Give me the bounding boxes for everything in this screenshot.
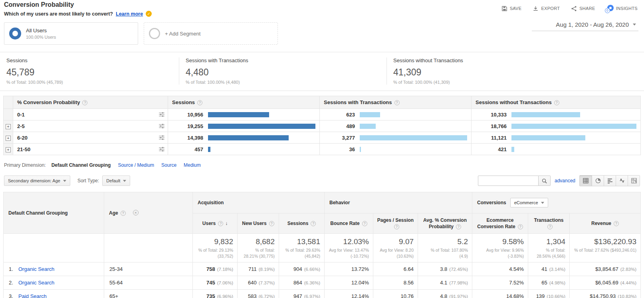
secondary-dimension-dropdown[interactable]: Secondary dimension: Age xyxy=(4,176,70,186)
help-icon[interactable] xyxy=(362,221,367,226)
percent: (6.66%) xyxy=(304,267,320,272)
percentage-view-button[interactable] xyxy=(592,176,604,186)
insights-button[interactable]: 0 INSIGHTS xyxy=(606,5,638,12)
expand-row-icon[interactable] xyxy=(6,124,11,129)
add-segment-button[interactable]: + Add Segment xyxy=(144,22,278,45)
search-button[interactable] xyxy=(539,176,551,186)
add-segment-donut-icon xyxy=(149,28,160,39)
help-icon[interactable] xyxy=(82,100,87,105)
search-input[interactable] xyxy=(478,176,539,186)
help-icon[interactable] xyxy=(311,221,316,226)
bar-track xyxy=(360,124,467,129)
column-header-avg-conversion-probability[interactable]: Avg. % Conversion Probability xyxy=(418,213,472,234)
percent: (7.37%) xyxy=(259,280,275,285)
performance-view-button[interactable] xyxy=(604,176,616,186)
share-button[interactable]: SHARE xyxy=(571,6,595,12)
sort-type-dropdown[interactable]: Default xyxy=(102,176,130,186)
column-label: Ecommerce Conversion Rate xyxy=(477,217,515,229)
blank-cell xyxy=(4,234,104,262)
segment-builder-icon[interactable] xyxy=(159,124,164,128)
save-button[interactable]: SAVE xyxy=(501,6,522,12)
channel-link[interactable]: Paid Search xyxy=(18,293,47,298)
segment-builder-icon[interactable] xyxy=(159,147,164,152)
scorecard-note: % of Total: 100.00% (45,789) xyxy=(6,80,172,85)
primary-dimension-option-medium[interactable]: Medium xyxy=(184,162,201,168)
column-header-users[interactable]: Users xyxy=(193,213,238,234)
avg-probability-cell: 3.8(72.45%) xyxy=(418,262,472,276)
value: 3.8 xyxy=(440,266,447,272)
channel-link[interactable]: Organic Search xyxy=(18,280,54,286)
dimension-column-header[interactable]: Default Channel Grouping xyxy=(4,192,104,234)
help-icon[interactable] xyxy=(269,221,274,226)
help-icon[interactable] xyxy=(394,224,399,229)
column-header-transactions[interactable]: Transactions xyxy=(528,213,570,234)
help-icon[interactable] xyxy=(518,224,523,229)
total-bounce-rate: 12.03%Avg for View: 13.47% (-10.72%) xyxy=(325,234,373,262)
totals-row: 9,832% of Total: 29.13% (33,752) 8,682% … xyxy=(4,234,641,262)
expand-column-header xyxy=(4,96,13,109)
column-header-bucket[interactable]: % Conversion Probability xyxy=(13,96,168,109)
date-range-picker[interactable]: Aug 1, 2020 - Aug 26, 2020 xyxy=(532,20,638,31)
help-icon[interactable] xyxy=(218,221,223,226)
segment-builder-icon[interactable] xyxy=(159,135,164,140)
sessions-cell: 19,255 xyxy=(168,120,320,132)
help-icon[interactable] xyxy=(554,100,559,105)
percent: (10.66%) xyxy=(547,294,565,298)
scorecard-note: % of Total: 100.00% (41,309) xyxy=(393,80,638,85)
table-row: 3.Paid Search 65+ 735(6.96%) 583(6.72%) … xyxy=(4,289,641,298)
value: 4.8 xyxy=(440,293,447,298)
expand-row-icon[interactable] xyxy=(6,147,11,152)
with-transactions-bar xyxy=(360,112,380,117)
column-header-revenue[interactable]: Revenue xyxy=(570,213,641,234)
help-icon[interactable] xyxy=(121,211,126,216)
ecommerce-rate-cell: 4.54% xyxy=(472,262,528,276)
advanced-search-link[interactable]: advanced xyxy=(555,178,575,184)
table-toolbar: Secondary dimension: Age Sort Type: Defa… xyxy=(0,173,644,189)
help-icon[interactable] xyxy=(197,100,202,105)
secondary-dimension-column-header[interactable]: Age xyxy=(104,192,193,234)
column-header-sessions[interactable]: Sessions xyxy=(279,213,325,234)
with-transactions-cell: 623 xyxy=(320,109,472,120)
comparison-view-button[interactable] xyxy=(616,176,628,186)
probability-row: 21-50 457 36 421 xyxy=(4,144,641,155)
column-header-bounce-rate[interactable]: Bounce Rate xyxy=(325,213,373,234)
row-number: 1. xyxy=(9,266,18,272)
help-icon[interactable] xyxy=(394,100,400,105)
primary-dimension-selected[interactable]: Default Channel Grouping xyxy=(52,162,111,168)
column-header-pages-session[interactable]: Pages / Session xyxy=(373,213,418,234)
help-icon[interactable] xyxy=(456,224,461,229)
bounce-rate-cell: 12.14% xyxy=(325,289,373,298)
total-ecommerce-conversion-rate: 9.58%Avg for View: 9.96% (-3.83%) xyxy=(472,234,528,262)
percent: (6.72%) xyxy=(259,294,275,298)
conversions-type-dropdown[interactable]: eCommerce xyxy=(510,198,548,207)
remove-secondary-dimension-icon[interactable] xyxy=(133,210,139,215)
total-note: % of Total: 29.13% (33,752) xyxy=(197,247,233,259)
column-header-ecommerce-conversion-rate[interactable]: Ecommerce Conversion Rate xyxy=(472,213,528,234)
help-icon[interactable] xyxy=(614,221,619,226)
primary-dimension-option-source[interactable]: Source xyxy=(161,162,176,168)
age-cell: 65+ xyxy=(104,289,193,298)
expand-row-icon[interactable] xyxy=(6,136,11,141)
chevron-down-icon xyxy=(123,180,126,182)
table-view-icon xyxy=(583,178,589,184)
column-header-sessions-without-transactions[interactable]: Sessions without Transactions xyxy=(472,96,641,109)
without-transactions-bar xyxy=(511,124,636,129)
segment-all-users[interactable]: All Users 100.00% Users xyxy=(4,22,138,45)
segment-builder-icon[interactable] xyxy=(159,112,164,117)
help-icon[interactable] xyxy=(547,224,553,229)
learn-more-link[interactable]: Learn more xyxy=(116,11,143,17)
pivot-view-button[interactable] xyxy=(628,176,640,186)
page-title: Conversion Probability xyxy=(4,1,152,8)
channel-cell: 2.Organic Search xyxy=(4,276,104,289)
table-row: 2.Organic Search 55-64 745(7.06%) 640(7.… xyxy=(4,276,641,289)
value: 8.56 xyxy=(404,280,414,286)
column-header-sessions[interactable]: Sessions xyxy=(168,96,320,109)
column-header-sessions-with-transactions[interactable]: Sessions with Transactions xyxy=(320,96,472,109)
column-header-new-users[interactable]: New Users xyxy=(238,213,279,234)
export-button[interactable]: EXPORT xyxy=(533,6,560,12)
table-view-button[interactable] xyxy=(580,176,592,186)
value: 12.04% xyxy=(351,280,369,286)
primary-dimension-option-source-medium[interactable]: Source / Medium xyxy=(118,162,154,168)
channel-link[interactable]: Organic Search xyxy=(18,266,54,272)
probability-row: 0-1 10,956 623 10,333 xyxy=(4,109,641,120)
